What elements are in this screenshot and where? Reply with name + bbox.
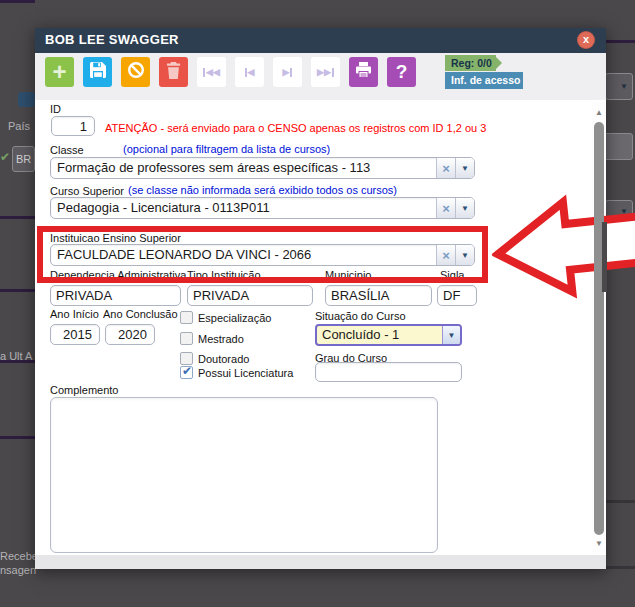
- bg-separator-line: [0, 360, 35, 363]
- bg-input-fragment: [603, 133, 633, 160]
- ano-conclusao-label: Ano Conclusão: [103, 308, 178, 320]
- bg-button-fragment: [18, 92, 35, 107]
- access-info-badge[interactable]: Inf. de acesso: [445, 72, 523, 89]
- help-button[interactable]: ?: [387, 57, 416, 87]
- curso-superior-hint: (se classe não informada será exibido to…: [128, 184, 397, 196]
- classe-clear-button[interactable]: ×: [436, 158, 455, 178]
- bg-separator-line: [0, 0, 35, 3]
- dependencia-input[interactable]: [50, 285, 181, 306]
- bg-separator-line: [603, 500, 635, 503]
- bg-recebe-label: Recebe: [0, 550, 38, 562]
- complemento-label: Complemento: [50, 384, 118, 396]
- bg-dropdown-fragment: [605, 73, 633, 100]
- situacao-dropdown-button[interactable]: ▼: [442, 326, 460, 344]
- sigla-input[interactable]: [437, 285, 477, 306]
- dialog-titlebar[interactable]: BOB LEE SWAGGER x: [35, 28, 606, 53]
- grau-input[interactable]: [315, 362, 462, 382]
- chevron-down-icon: ▼: [448, 331, 456, 340]
- previous-record-button[interactable]: ◀: [235, 57, 264, 87]
- screen: { "window": { "title": "BOB LEE SWAGGER"…: [0, 0, 635, 607]
- situacao-value: Concluído - 1: [317, 326, 442, 344]
- censo-warning-text: ATENÇÃO - será enviado para o CENSO apen…: [105, 122, 486, 134]
- dialog-footer: [35, 555, 606, 569]
- check-icon: ✔: [182, 364, 192, 378]
- cancel-button[interactable]: [121, 57, 150, 87]
- close-button[interactable]: x: [577, 31, 595, 49]
- bg-separator-line: [603, 40, 635, 43]
- last-record-icon: ▶▶: [317, 67, 334, 77]
- scrollbar-thumb[interactable]: [594, 122, 604, 535]
- print-button[interactable]: [349, 57, 378, 87]
- save-floppy-icon: [90, 62, 106, 82]
- clear-x-icon: ×: [442, 202, 450, 215]
- curso-clear-button[interactable]: ×: [436, 198, 455, 218]
- trash-icon: [166, 62, 181, 83]
- chevron-down-icon: ▼: [461, 204, 469, 213]
- add-record-button[interactable]: +: [45, 57, 74, 87]
- curso-superior-label: Curso Superior: [50, 185, 124, 197]
- id-input[interactable]: [51, 116, 95, 136]
- situacao-combobox[interactable]: Concluído - 1 ▼: [315, 324, 462, 346]
- dialog-form: ID ATENÇÃO - será enviado para o CENSO a…: [35, 100, 606, 555]
- possui-licenciatura-checkbox[interactable]: ✔: [180, 366, 193, 379]
- classe-value: Formação de professores sem áreas especí…: [51, 158, 436, 178]
- classe-combobox[interactable]: Formação de professores sem áreas especí…: [50, 157, 475, 179]
- save-button[interactable]: [83, 57, 112, 87]
- bg-nsagen-label: nsagen: [0, 564, 36, 576]
- printer-icon: [355, 62, 372, 82]
- scroll-down-icon[interactable]: ▼: [594, 539, 604, 548]
- next-record-icon: ▶: [283, 67, 293, 77]
- bg-pais-label: País: [8, 120, 30, 132]
- highlight-arrow-annotation: [486, 179, 635, 316]
- scroll-up-icon[interactable]: ▲: [594, 108, 604, 117]
- municipio-input[interactable]: [325, 285, 432, 306]
- situacao-label: Situação do Curso: [315, 310, 406, 322]
- chevron-down-icon: ▼: [461, 164, 469, 173]
- bg-checkmark-icon: ✔: [0, 150, 10, 164]
- bg-separator-line: [0, 436, 35, 439]
- id-label: ID: [50, 103, 61, 115]
- classe-label: Classe: [50, 144, 84, 156]
- especializacao-label: Especialização: [198, 312, 271, 324]
- mestrado-label: Mestrado: [198, 333, 244, 345]
- ano-inicio-input[interactable]: [50, 324, 100, 345]
- curso-superior-combobox[interactable]: Pedagogia - Licenciatura - 0113P011 × ▼: [50, 197, 475, 219]
- classe-hint: (opcional para filtragem da lista de cur…: [123, 143, 330, 155]
- question-icon: ?: [396, 61, 408, 83]
- next-record-button[interactable]: ▶: [273, 57, 302, 87]
- highlight-rectangle-annotation: [37, 226, 488, 283]
- tipo-instituicao-input[interactable]: [187, 285, 313, 306]
- ano-conclusao-input[interactable]: [105, 324, 155, 345]
- mestrado-checkbox[interactable]: ✔: [180, 332, 193, 345]
- possui-licenciatura-label: Possui Licenciatura: [198, 367, 293, 379]
- complemento-textarea[interactable]: [50, 397, 438, 553]
- last-record-button[interactable]: ▶▶: [311, 57, 340, 87]
- ban-icon: [127, 61, 145, 83]
- especializacao-checkbox[interactable]: ✔: [180, 311, 193, 324]
- classe-dropdown-button[interactable]: ▼: [455, 158, 474, 178]
- curso-dropdown-button[interactable]: ▼: [455, 198, 474, 218]
- bg-separator-line: [0, 216, 35, 219]
- curso-superior-value: Pedagogia - Licenciatura - 0113P011: [51, 198, 436, 218]
- delete-button[interactable]: [159, 57, 188, 87]
- bg-separator-line: [603, 566, 635, 569]
- ano-inicio-label: Ano Início: [50, 308, 99, 320]
- doutorado-label: Doutorado: [198, 353, 249, 365]
- first-record-icon: ◀◀: [203, 67, 220, 77]
- dialog-toolbar: + ◀◀ ◀ ▶ ▶▶: [35, 53, 606, 100]
- register-count-badge: Reg: 0/0: [445, 55, 496, 71]
- dialog-title: BOB LEE SWAGGER: [45, 32, 179, 47]
- bg-br-input: BR: [12, 146, 35, 172]
- first-record-button[interactable]: ◀◀: [197, 57, 226, 87]
- previous-record-icon: ◀: [245, 67, 255, 77]
- background-overlap-strip: [602, 222, 607, 292]
- plus-icon: +: [52, 59, 66, 85]
- clear-x-icon: ×: [442, 162, 450, 175]
- bg-separator-line: [0, 289, 35, 292]
- bg-chevron-down-icon: ▼: [620, 82, 628, 91]
